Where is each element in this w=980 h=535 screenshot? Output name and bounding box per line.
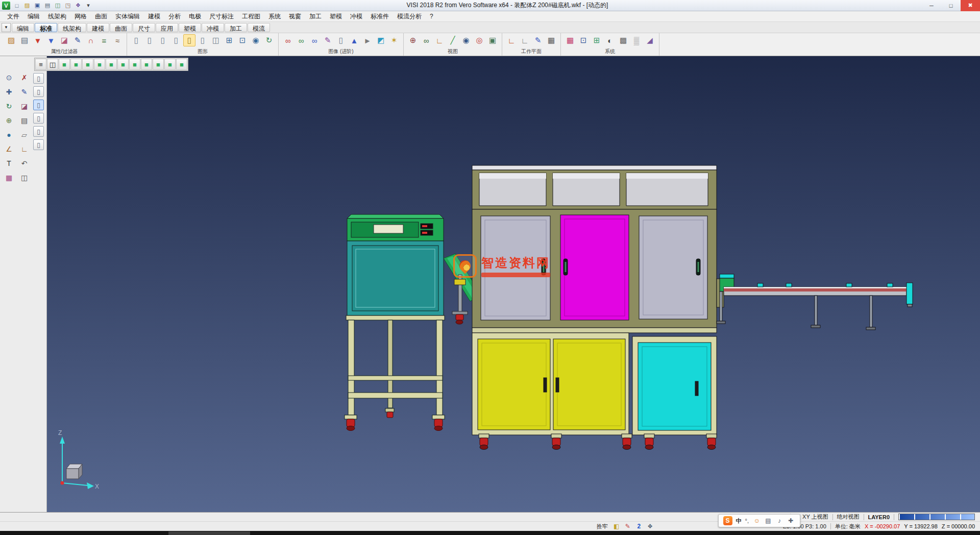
light-icon[interactable]: ✶ <box>388 34 400 46</box>
absolute-view-label[interactable]: 绝对视图 <box>837 513 860 521</box>
menu-mesh[interactable]: 网格 <box>70 11 91 22</box>
tabbar-dropdown-icon[interactable]: ▼ <box>2 23 11 32</box>
glasses-red-icon[interactable]: ∞ <box>282 34 294 46</box>
glasses-green-icon[interactable]: ∞ <box>295 34 307 46</box>
main-machine[interactable] <box>472 165 717 450</box>
workplane-grid-icon[interactable]: ▦ <box>545 34 557 46</box>
right-view-icon[interactable]: ■ <box>164 59 176 70</box>
tab-mold[interactable]: 塑模 <box>179 23 201 32</box>
active-layer[interactable]: LAYER0 <box>868 514 890 520</box>
iso-box-icon[interactable]: ▣ <box>486 34 499 46</box>
maximize-button[interactable]: □ <box>941 0 961 11</box>
pen-icon[interactable]: ✎ <box>623 523 632 530</box>
shaded-cylinder-icon[interactable]: ▯ <box>157 34 169 46</box>
layer-manager-icon[interactable]: ▤ <box>18 114 31 127</box>
door-yellow-right[interactable] <box>553 339 625 430</box>
viewport[interactable]: Z X 智造资料网 <box>47 56 980 512</box>
door-magenta[interactable] <box>560 215 629 320</box>
quickbar-more-icon[interactable]: ▾ <box>84 2 93 10</box>
toggle-annotations-icon[interactable]: ▯ <box>33 139 44 150</box>
close-button[interactable]: ✖ <box>961 0 980 11</box>
attributes-icon[interactable]: ▨ <box>5 34 17 46</box>
tab-die[interactable]: 冲模 <box>202 23 224 32</box>
menu-window[interactable]: 视窗 <box>285 11 305 22</box>
zoom-view-icon[interactable]: ⊕ <box>407 34 419 46</box>
arrow-up-icon[interactable]: ▲ <box>348 34 360 46</box>
eraser-icon[interactable]: ◪ <box>58 34 70 46</box>
menu-solid-edit[interactable]: 实体编辑 <box>111 11 144 22</box>
bottom-view-icon[interactable]: ■ <box>117 59 129 70</box>
toggle-solids-icon[interactable]: ▯ <box>33 100 44 110</box>
target-icon[interactable]: ◎ <box>473 34 485 46</box>
layer-filter-icon[interactable]: ≡ <box>98 34 110 46</box>
delete-entity-icon[interactable]: ✗ <box>18 71 31 84</box>
menu-file[interactable]: 文件 <box>3 11 23 22</box>
door-cyan[interactable] <box>638 343 711 430</box>
taskbar-item[interactable] <box>168 531 250 535</box>
screen-icon[interactable]: ⊞ <box>591 34 603 46</box>
ime-mode-chinese[interactable]: 中 <box>736 517 742 525</box>
lock-icon[interactable]: ◧ <box>612 523 621 530</box>
toggle-shaded-icon[interactable]: ▯ <box>33 86 44 97</box>
door-yellow-left[interactable] <box>478 339 550 430</box>
menu-analysis[interactable]: 分析 <box>164 11 185 22</box>
menu-drawing[interactable]: 工程图 <box>238 11 264 22</box>
dither-icon[interactable]: ▒ <box>630 34 643 46</box>
ghost-cylinder-icon[interactable]: ▯ <box>197 34 209 46</box>
wireframe-cylinder-icon[interactable]: ▯ <box>130 34 142 46</box>
menu-electrode[interactable]: 电极 <box>185 11 205 22</box>
glasses-blue-icon[interactable]: ∞ <box>308 34 321 46</box>
gear-doc-icon[interactable]: ❖ <box>646 523 655 530</box>
color-table-icon[interactable]: ▦ <box>564 34 576 46</box>
edit-attributes-icon[interactable]: ✎ <box>71 34 84 46</box>
menu-flow-analysis[interactable]: 模流分析 <box>393 11 426 22</box>
workplane-xyz-icon[interactable]: ∟ <box>505 34 518 46</box>
measure-angle-icon[interactable]: ∠ <box>3 143 15 155</box>
sogou-ime-icon[interactable]: S <box>723 516 732 525</box>
toggle-dimensions-icon[interactable]: ▯ <box>33 126 44 137</box>
viewbar-window-icon[interactable]: ◫ <box>47 59 58 70</box>
magnet-icon[interactable]: ∩ <box>85 34 97 46</box>
tab-machining[interactable]: 加工 <box>225 23 247 32</box>
filter-blue-icon[interactable]: ▼ <box>45 34 57 46</box>
toggle-wireframe-icon[interactable]: ▯ <box>33 73 44 84</box>
iso-sw-view-icon[interactable]: ■ <box>70 59 82 70</box>
minimize-button[interactable]: ─ <box>922 0 941 11</box>
hidden-line-cylinder-icon[interactable]: ▯ <box>143 34 156 46</box>
refresh-view-icon[interactable]: ↻ <box>263 34 275 46</box>
scene-canvas[interactable]: Z X <box>47 56 980 512</box>
save-icon[interactable]: ▣ <box>33 2 42 10</box>
workplane-edit-icon[interactable]: ✎ <box>532 34 544 46</box>
ime-punctuation[interactable]: °, <box>745 518 749 524</box>
left-view-icon[interactable]: ■ <box>153 59 164 70</box>
trim-entity-icon[interactable]: ◪ <box>18 100 31 112</box>
add-view-icon[interactable]: ⊞ <box>223 34 235 46</box>
rendered-cylinder-icon[interactable]: ▯ <box>170 34 182 46</box>
dynamic-rotate-icon[interactable]: ■ <box>176 59 187 70</box>
active-shading-icon[interactable]: ▯ <box>183 34 195 46</box>
menu-machining[interactable]: 加工 <box>305 11 326 22</box>
toolbox-icon[interactable]: ✚ <box>786 517 795 525</box>
display-settings-icon[interactable]: ⊡ <box>577 34 590 46</box>
toggle-surfaces-icon[interactable]: ▯ <box>33 113 44 124</box>
render-edit-icon[interactable]: ✎ <box>322 34 334 46</box>
settings-icon[interactable]: ❖ <box>74 2 83 10</box>
measure-view-icon[interactable]: ╱ <box>447 34 459 46</box>
windows-taskbar[interactable] <box>0 531 980 535</box>
texture-cylinder-icon[interactable]: ▯ <box>335 34 347 46</box>
menu-wireframe[interactable]: 线架构 <box>44 11 70 22</box>
tab-wireframe[interactable]: 线架构 <box>58 23 86 32</box>
new-file-icon[interactable]: □ <box>12 2 21 10</box>
edit-entity-icon[interactable]: ✎ <box>18 86 31 98</box>
menu-modeling[interactable]: 建模 <box>144 11 164 22</box>
tab-surface[interactable]: 曲面 <box>110 23 132 32</box>
axonometric-icon[interactable]: ∟ <box>433 34 446 46</box>
match-properties-icon[interactable]: ≈ <box>111 34 124 46</box>
emoji-icon[interactable]: ☺ <box>752 517 762 525</box>
print-preview-icon[interactable]: ▤ <box>18 34 31 46</box>
workplane-flat-icon[interactable]: ∟ <box>519 34 531 46</box>
color-palette-icon[interactable]: ▦ <box>3 172 15 184</box>
gradient-icon[interactable]: ◢ <box>644 34 656 46</box>
tab-dimension[interactable]: 尺寸 <box>133 23 155 32</box>
menu-standard-parts[interactable]: 标准件 <box>366 11 393 22</box>
